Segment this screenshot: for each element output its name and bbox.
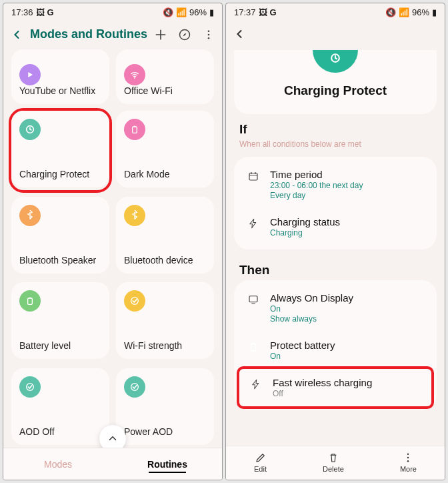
svg-point-3 <box>208 37 210 39</box>
tab-modes[interactable]: Modes <box>3 448 113 480</box>
svg-rect-14 <box>249 173 257 181</box>
wifi-icon <box>124 64 145 85</box>
svg-point-2 <box>208 33 210 35</box>
routine-card[interactable]: Bluetooth device <box>116 197 214 274</box>
svg-rect-16 <box>251 344 256 352</box>
mute-icon: 🔇 <box>385 7 396 17</box>
battery-icon <box>246 340 261 353</box>
battery-percent: 96% <box>412 7 429 17</box>
display-icon <box>246 292 261 306</box>
list-item-title: Time period <box>270 169 425 180</box>
svg-rect-8 <box>28 298 33 304</box>
routine-label: Wi-Fi strength <box>124 340 206 351</box>
list-item[interactable]: Protect battery On <box>237 332 434 369</box>
wifi-icon: 📶 <box>176 7 187 17</box>
bluetooth-icon <box>19 205 41 226</box>
battery-percent: 96% <box>189 7 207 17</box>
routine-label: YouTube or Netflix <box>19 85 101 96</box>
delete-button[interactable]: Delete <box>323 452 344 473</box>
routines-grid[interactable]: YouTube or NetflixOffice Wi-FiCharging P… <box>3 48 222 448</box>
routine-card[interactable]: Dark Mode <box>116 111 214 187</box>
svg-rect-17 <box>253 343 255 344</box>
bottom-tabs: Modes Routines <box>3 448 222 480</box>
add-button[interactable] <box>154 28 167 41</box>
bottom-action-bar: Edit Delete More <box>226 446 445 480</box>
list-item-sub: 23:00 - 06:00 the next day <box>270 181 425 190</box>
list-item-sub: On <box>270 304 425 314</box>
clock-icon <box>19 119 41 140</box>
status-google-icon: G <box>47 7 54 17</box>
battery-icon: ▮ <box>209 7 214 17</box>
routine-hero: Charging Protect <box>234 50 437 114</box>
routine-icon <box>313 50 358 73</box>
list-item-sub: Show always <box>270 314 425 324</box>
bolt-icon <box>246 216 261 229</box>
list-item[interactable]: Fast wireless charging Off <box>237 366 434 409</box>
list-item-title: Always On Display <box>270 292 425 304</box>
routine-card[interactable]: Office Wi-Fi <box>116 49 214 104</box>
app-header: Modes and Routines <box>3 21 222 48</box>
svg-rect-9 <box>29 298 31 298</box>
if-subtitle: When all conditions below are met <box>226 139 445 157</box>
list-item-sub: Off <box>273 389 422 398</box>
svg-point-18 <box>407 454 409 455</box>
routine-title: Charging Protect <box>242 83 429 98</box>
routine-label: Bluetooth device <box>124 255 206 266</box>
status-bar: 17:36 🖼 G 🔇 📶 96% ▮ <box>3 3 222 21</box>
svg-point-20 <box>407 460 409 462</box>
routine-label: Dark Mode <box>124 169 206 179</box>
more-button[interactable]: More <box>400 452 417 473</box>
if-conditions: Time period 23:00 - 06:00 the next dayEv… <box>234 157 437 250</box>
check-icon <box>124 376 145 398</box>
routine-label: Power AOD <box>124 426 206 437</box>
discover-button[interactable] <box>178 28 191 41</box>
list-item-title: Fast wireless charging <box>273 377 422 388</box>
battery-icon <box>19 290 41 312</box>
mute-icon: 🔇 <box>163 7 173 17</box>
calendar-icon <box>246 169 261 182</box>
routine-label: Battery level <box>19 340 101 351</box>
status-bar: 17:37 🖼 G 🔇 📶 96% ▮ <box>226 3 445 21</box>
list-item[interactable]: Time period 23:00 - 06:00 the next dayEv… <box>237 161 434 208</box>
check-icon <box>19 376 41 398</box>
status-image-icon: 🖼 <box>259 7 267 17</box>
status-google-icon: G <box>270 7 277 17</box>
routine-card[interactable]: AOD Off <box>11 368 109 445</box>
more-button[interactable] <box>202 28 215 41</box>
list-item[interactable]: Always On Display OnShow always <box>237 284 434 332</box>
routine-card[interactable]: Bluetooth Speaker <box>11 197 109 274</box>
play-icon <box>19 64 41 85</box>
list-item-title: Charging status <box>270 216 425 227</box>
routine-card[interactable]: YouTube or Netflix <box>11 49 109 104</box>
routine-card[interactable]: Charging Protect <box>11 111 109 187</box>
routine-label: AOD Off <box>19 426 101 437</box>
battery-icon <box>124 119 145 140</box>
then-title: Then <box>226 263 445 280</box>
list-item[interactable]: Charging status Charging <box>237 208 434 246</box>
svg-point-4 <box>134 77 135 78</box>
battery-icon: ▮ <box>432 7 437 17</box>
routine-label: Office Wi-Fi <box>124 85 206 96</box>
back-button[interactable] <box>233 27 246 41</box>
wifi-icon: 📶 <box>399 7 409 17</box>
svg-rect-6 <box>133 127 137 133</box>
list-item-title: Protect battery <box>270 340 425 351</box>
routine-card[interactable]: Battery level <box>11 282 109 359</box>
svg-point-19 <box>407 457 409 458</box>
status-time: 17:36 <box>11 7 33 17</box>
routine-card[interactable]: Wi-Fi strength <box>116 282 214 359</box>
then-actions-list: Always On Display OnShow always Protect … <box>234 280 437 410</box>
page-title: Modes and Routines <box>30 27 147 41</box>
edit-button[interactable]: Edit <box>254 452 267 473</box>
svg-rect-15 <box>249 296 257 302</box>
routine-label: Bluetooth Speaker <box>19 255 101 266</box>
phone-left: 17:36 🖼 G 🔇 📶 96% ▮ Modes and Routines <box>3 3 223 480</box>
list-item-sub: On <box>270 352 425 361</box>
svg-rect-7 <box>134 125 136 126</box>
bolt-icon <box>249 377 263 390</box>
check-icon <box>124 290 145 312</box>
tab-routines[interactable]: Routines <box>113 448 222 480</box>
back-button[interactable] <box>10 28 23 41</box>
phone-right: 17:37 🖼 G 🔇 📶 96% ▮ Charging Protect If … <box>225 3 445 480</box>
routine-card[interactable]: Power AOD <box>116 368 214 445</box>
